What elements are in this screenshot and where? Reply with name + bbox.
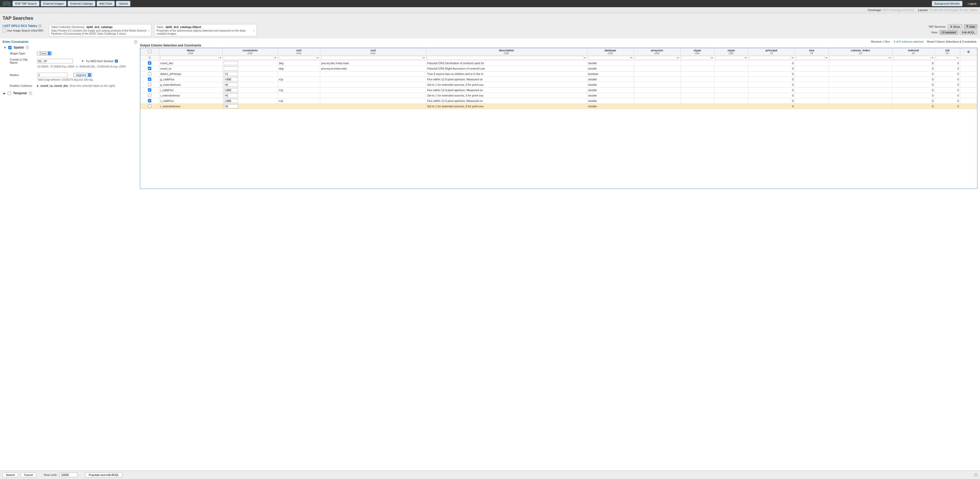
filter-dropdown-icon[interactable]: ▼ bbox=[219, 57, 221, 59]
help-icon[interactable]: ? bbox=[38, 24, 41, 28]
temporal-checkbox[interactable] bbox=[8, 92, 11, 95]
filter-input-constraints[interactable] bbox=[224, 56, 274, 60]
filter-input-arraysize[interactable] bbox=[635, 56, 677, 60]
spatial-checkbox[interactable] bbox=[8, 46, 11, 49]
filter-input-std[interactable] bbox=[936, 56, 956, 60]
column-header-constraints[interactable]: constraintschar bbox=[223, 48, 278, 56]
constraint-input[interactable] bbox=[224, 77, 238, 81]
column-header-Name[interactable]: Namechar bbox=[159, 48, 223, 56]
spatial-expand-toggle[interactable]: ▼ bbox=[3, 46, 6, 49]
row-checkbox[interactable] bbox=[148, 83, 151, 86]
remove-filter-link[interactable]: Remove 1 filter bbox=[871, 40, 890, 43]
filter-dropdown-icon[interactable]: ▼ bbox=[630, 57, 633, 59]
table-row[interactable]: i_calibFlux nJy Flux within 12.0-pixel a… bbox=[140, 87, 977, 93]
column-header-description[interactable]: descriptionchar bbox=[426, 48, 587, 56]
filter-input-unit[interactable] bbox=[279, 56, 317, 60]
logout-link[interactable]: Logout bbox=[966, 2, 978, 5]
table-collection-select[interactable]: Table Collection (Schema): dp02_dc2_cata… bbox=[49, 24, 151, 36]
column-header-arraysize[interactable]: arraysizechar bbox=[634, 48, 681, 56]
table-row[interactable]: coord_ra deg pos.eq.ra;meta.main Fiducia… bbox=[140, 66, 977, 71]
row-checkbox[interactable] bbox=[148, 94, 151, 97]
help-icon[interactable]: ? bbox=[26, 46, 29, 49]
background-monitor-button[interactable]: Background Monitor bbox=[932, 1, 963, 6]
chevron-down-icon[interactable]: ⌄ bbox=[148, 29, 150, 32]
constraint-input[interactable] bbox=[224, 67, 238, 71]
row-checkbox[interactable] bbox=[148, 88, 151, 92]
filter-dropdown-icon[interactable]: ▼ bbox=[711, 57, 713, 59]
columns-selected-link[interactable]: 5 of 9 columns selected bbox=[894, 40, 923, 43]
table-row[interactable]: g_extendedness Set to 1 for extended sou… bbox=[140, 82, 977, 87]
table-row[interactable]: coord_dec deg pos.eq.dec;meta.main Fiduc… bbox=[140, 60, 977, 66]
table-row[interactable]: detect_isPrimary True if source has no c… bbox=[140, 71, 977, 77]
edit-adql-button[interactable]: Edit ADQL bbox=[960, 30, 977, 35]
layout-option[interactable]: Bi-view Tables bbox=[959, 8, 977, 11]
constraint-input[interactable] bbox=[224, 82, 238, 87]
column-header-column_index[interactable]: column_indexint bbox=[829, 48, 892, 56]
row-checkbox[interactable] bbox=[148, 67, 151, 70]
external-images-button[interactable]: External Images bbox=[41, 1, 67, 6]
filter-dropdown-icon[interactable]: ▼ bbox=[745, 57, 747, 59]
layout-option[interactable]: Tri-view bbox=[929, 8, 939, 11]
coverage-option[interactable]: HiPS bbox=[882, 8, 889, 11]
row-checkbox[interactable] bbox=[148, 99, 151, 102]
select-all-checkbox[interactable] bbox=[148, 50, 151, 53]
radius-unit-select[interactable]: degrees▾ bbox=[73, 73, 92, 77]
constraint-input[interactable] bbox=[224, 61, 238, 65]
constraint-input[interactable] bbox=[224, 99, 238, 103]
add-chart-button[interactable]: Add Chart bbox=[97, 1, 115, 6]
filter-dropdown-icon[interactable]: ▼ bbox=[677, 57, 679, 59]
filter-input-utype[interactable] bbox=[682, 56, 711, 60]
shape-type-select[interactable]: Cone▾ bbox=[37, 51, 52, 56]
row-checkbox[interactable] bbox=[148, 72, 151, 76]
column-header-size[interactable]: sizeint bbox=[795, 48, 829, 56]
temporal-expand-toggle[interactable]: ▶ bbox=[3, 92, 6, 95]
row-checkbox[interactable] bbox=[148, 78, 151, 81]
filter-input-ucd[interactable] bbox=[321, 56, 422, 60]
column-header-ucd[interactable]: ucdchar bbox=[320, 48, 426, 56]
column-header-utype[interactable]: utypechar bbox=[680, 48, 714, 56]
column-header-datatype[interactable]: datatypechar bbox=[587, 48, 634, 56]
hide-button[interactable]: ⇈Hide bbox=[964, 24, 977, 29]
constraint-input[interactable] bbox=[224, 104, 238, 108]
filter-dropdown-icon[interactable]: ▼ bbox=[825, 57, 827, 59]
table-row[interactable]: g_calibFlux nJy Flux within 12.0-pixel a… bbox=[140, 77, 977, 82]
column-header-xtype[interactable]: xtypechar bbox=[714, 48, 748, 56]
filter-input-principal[interactable] bbox=[749, 56, 791, 60]
filter-input-Name[interactable] bbox=[160, 56, 219, 60]
help-icon[interactable]: ? bbox=[29, 92, 32, 95]
filter-input-xtype[interactable] bbox=[716, 56, 745, 60]
column-header-principal[interactable]: principalint bbox=[748, 48, 795, 56]
coords-input[interactable] bbox=[37, 59, 73, 63]
help-icon[interactable]: ? bbox=[134, 40, 137, 44]
column-header-unit[interactable]: unitchar bbox=[278, 48, 320, 56]
filter-dropdown-icon[interactable]: ▼ bbox=[422, 57, 425, 59]
constraint-input[interactable] bbox=[224, 72, 238, 76]
row-checkbox[interactable] bbox=[148, 105, 151, 108]
filter-dropdown-icon[interactable]: ▼ bbox=[956, 57, 959, 59]
coverage-option[interactable]: Coverage w/Charts bbox=[889, 8, 914, 11]
table-select[interactable]: Table: dp02_dc2_catalogs.Object Properti… bbox=[154, 24, 257, 36]
show-button[interactable]: ⇊Show bbox=[948, 24, 963, 29]
layout-option[interactable]: Bi-view Images bbox=[939, 8, 959, 11]
ned-simbad-select[interactable]: ▾ bbox=[115, 60, 118, 63]
row-checkbox[interactable] bbox=[148, 61, 151, 65]
filter-dropdown-icon[interactable]: ▼ bbox=[584, 57, 586, 59]
constraint-input[interactable] bbox=[224, 88, 238, 92]
filter-dropdown-icon[interactable]: ▼ bbox=[889, 57, 891, 59]
filter-input-size[interactable] bbox=[796, 56, 825, 60]
table-row[interactable]: r_extendedness Set to 1 for extended sou… bbox=[140, 104, 977, 109]
filter-icon[interactable]: ⚲ bbox=[149, 56, 151, 59]
table-row[interactable]: r_calibFlux nJy Flux within 12.0-pixel a… bbox=[140, 98, 977, 104]
filter-input-column_index[interactable] bbox=[830, 56, 889, 60]
table-row[interactable]: i_extendedness Set to 1 for extended sou… bbox=[140, 93, 977, 98]
gear-icon[interactable]: ⚙ bbox=[967, 50, 970, 54]
external-catalogs-button[interactable]: External Catalogs bbox=[68, 1, 95, 6]
ui-assisted-button[interactable]: UI assisted bbox=[939, 30, 958, 35]
filter-dropdown-icon[interactable]: ▼ bbox=[274, 57, 277, 59]
constraint-input[interactable] bbox=[224, 94, 238, 98]
chevron-down-icon[interactable]: ⌄ bbox=[253, 29, 256, 32]
reset-link[interactable]: Reset Column Selections & Constraints bbox=[927, 40, 977, 43]
column-header-indexed[interactable]: indexedint bbox=[892, 48, 935, 56]
filter-dropdown-icon[interactable]: ▼ bbox=[317, 57, 319, 59]
filter-dropdown-icon[interactable]: ▼ bbox=[791, 57, 794, 59]
